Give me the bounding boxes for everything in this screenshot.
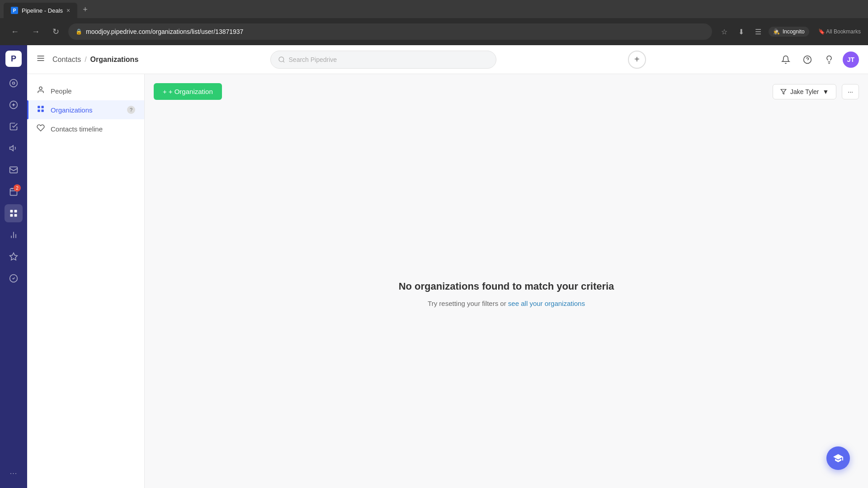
sidebar-item-tasks[interactable]: [5, 117, 23, 136]
search-icon: [278, 56, 285, 63]
tab-close-button[interactable]: ×: [66, 7, 70, 14]
breadcrumb: Contacts / Organizations: [52, 56, 138, 64]
svg-rect-14: [14, 214, 17, 217]
browser-tabs: P Pipeline - Deals × +: [0, 0, 868, 18]
sidebar-item-organizations[interactable]: Organizations ?: [27, 100, 144, 119]
timeline-icon: [36, 124, 45, 134]
forward-button[interactable]: →: [28, 25, 43, 38]
lock-icon: 🔒: [75, 28, 82, 35]
rail-logo[interactable]: P: [5, 51, 22, 67]
browser-nav-actions: ☆ ⬇ ☰ 🕵 Incognito: [717, 26, 809, 38]
sidebar-item-contacts[interactable]: [5, 204, 23, 222]
sidebar-item-integrations[interactable]: [5, 248, 23, 266]
download-button[interactable]: ⬇: [735, 26, 748, 38]
add-org-icon: +: [163, 88, 167, 95]
sidebar-item-people-label: People: [51, 87, 72, 95]
browser-tab-active[interactable]: P Pipeline - Deals ×: [4, 3, 77, 18]
breadcrumb-separator: /: [85, 56, 86, 64]
url-text: moodjoy.pipedrive.com/organizations/list…: [86, 28, 243, 35]
sidebar-item-people[interactable]: People: [27, 81, 144, 100]
star-button[interactable]: ☆: [717, 26, 731, 38]
breadcrumb-parent[interactable]: Contacts: [52, 56, 81, 64]
app-header: Contacts / Organizations + JT: [27, 45, 868, 74]
empty-state-subtitle-before: Try resetting your filters or: [428, 300, 508, 307]
organizations-info-badge[interactable]: ?: [127, 106, 135, 114]
content-area: People Organizations ? Contacts timeline: [27, 74, 868, 488]
profile-toggle-button[interactable]: ☰: [751, 26, 765, 38]
help-fab-button[interactable]: [826, 446, 850, 470]
search-bar[interactable]: [270, 51, 496, 69]
svg-rect-27: [38, 106, 40, 108]
sidebar-item-home[interactable]: [5, 74, 23, 92]
sidebar-item-calendar[interactable]: 2: [5, 183, 23, 201]
svg-rect-13: [10, 214, 13, 217]
filter-label: Jake Tyler: [790, 88, 819, 95]
filter-icon: [780, 89, 787, 95]
menu-button[interactable]: [36, 54, 45, 65]
left-rail: P 2: [0, 45, 27, 488]
browser-nav: ← → ↻ 🔒 moodjoy.pipedrive.com/organizati…: [0, 18, 868, 45]
sidebar-item-deals[interactable]: [5, 96, 23, 114]
sidebar-item-mail[interactable]: [5, 161, 23, 179]
incognito-badge: 🕵 Incognito: [769, 27, 809, 37]
lightbulb-button[interactable]: [821, 52, 837, 68]
svg-marker-18: [10, 253, 18, 260]
search-input[interactable]: [289, 56, 489, 63]
person-icon: [36, 86, 45, 96]
svg-point-26: [39, 87, 42, 89]
avatar[interactable]: JT: [843, 52, 859, 68]
empty-state-subtitle: Try resetting your filters or see all yo…: [428, 300, 585, 307]
help-button[interactable]: [799, 52, 816, 68]
sidebar-item-timeline-label: Contacts timeline: [51, 125, 103, 133]
incognito-label: Incognito: [783, 28, 805, 35]
add-organization-button[interactable]: + + Organization: [154, 83, 222, 100]
empty-state: No organizations found to match your cri…: [154, 109, 859, 479]
svg-rect-12: [14, 210, 17, 213]
filter-button[interactable]: Jake Tyler ▼: [773, 84, 836, 99]
main-area: Contacts / Organizations + JT: [27, 45, 868, 488]
svg-rect-29: [38, 110, 40, 112]
empty-state-title: No organizations found to match your cri…: [399, 281, 614, 292]
breadcrumb-current: Organizations: [90, 56, 139, 64]
tab-title: Pipeline - Deals: [22, 7, 63, 14]
svg-rect-11: [10, 210, 13, 213]
notification-button[interactable]: [778, 52, 794, 68]
see-all-organizations-link[interactable]: see all your organizations: [508, 300, 585, 307]
svg-rect-6: [10, 167, 18, 173]
svg-line-23: [283, 61, 284, 62]
bookmarks-bar-label: 🔖 All Bookmarks: [818, 28, 861, 35]
svg-rect-30: [42, 110, 44, 112]
sidebar-item-automations[interactable]: [5, 269, 23, 287]
browser-chrome: P Pipeline - Deals × + ← → ↻ 🔒 moodjoy.p…: [0, 0, 868, 45]
page-content: + + Organization Jake Tyler ▼ ··· No org…: [145, 74, 868, 488]
sidebar-item-timeline[interactable]: Contacts timeline: [27, 119, 144, 138]
new-tab-button[interactable]: +: [79, 3, 91, 16]
sidebar-item-analytics[interactable]: [5, 226, 23, 244]
organizations-icon: [36, 105, 45, 115]
header-actions: JT: [778, 52, 859, 68]
back-button[interactable]: ←: [7, 25, 23, 38]
page-toolbar: + + Organization Jake Tyler ▼ ···: [154, 83, 859, 100]
address-bar[interactable]: 🔒 moodjoy.pipedrive.com/organizations/li…: [68, 23, 712, 40]
svg-point-0: [10, 80, 18, 87]
sidebar-item-organizations-label: Organizations: [51, 106, 93, 114]
sidebar-item-more[interactable]: ···: [5, 465, 23, 483]
add-org-label: + Organization: [169, 88, 213, 95]
sidebar-item-campaigns[interactable]: [5, 139, 23, 157]
app: P 2: [0, 45, 868, 488]
svg-point-1: [13, 82, 15, 84]
filter-chevron-icon: ▼: [822, 88, 829, 95]
tab-favicon: P: [11, 7, 18, 14]
add-button[interactable]: +: [628, 51, 646, 69]
incognito-icon: 🕵: [773, 28, 780, 35]
svg-rect-28: [42, 106, 44, 108]
reload-button[interactable]: ↻: [49, 25, 63, 38]
more-options-button[interactable]: ···: [842, 84, 859, 99]
svg-marker-5: [10, 145, 14, 151]
rail-logo-text: P: [11, 54, 16, 64]
contacts-sidebar: People Organizations ? Contacts timeline: [27, 74, 145, 488]
graduation-cap-icon: [833, 453, 844, 464]
calendar-badge: 2: [14, 184, 21, 192]
svg-point-22: [279, 57, 284, 62]
svg-marker-31: [781, 89, 786, 94]
